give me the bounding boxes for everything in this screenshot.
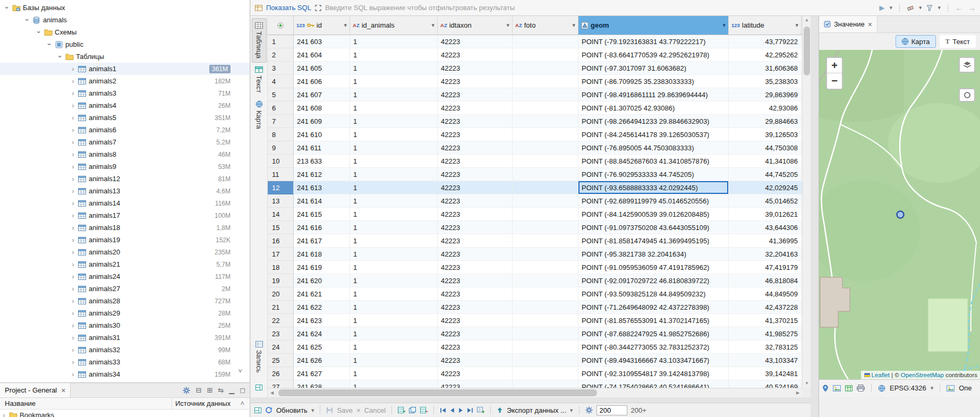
- cell-foto[interactable]: [513, 208, 578, 221]
- select-all-corner[interactable]: [268, 16, 294, 35]
- panels-icon[interactable]: [254, 407, 261, 413]
- cell-latitude[interactable]: 31,606368: [729, 62, 802, 75]
- cell-geom[interactable]: POINT (-81.307025 42.93086): [578, 101, 729, 115]
- cell-geom[interactable]: POINT (-76.9029533333 44.745205): [578, 168, 729, 181]
- cell-geom[interactable]: POINT (-71.2649648092 42.4372278398): [578, 301, 729, 314]
- cell-geom[interactable]: POINT (-95.3821738 32.2041634): [578, 248, 729, 261]
- cell-id_animals[interactable]: 1: [350, 88, 438, 101]
- tree-item-animals32[interactable]: ›animals3299M: [0, 344, 250, 356]
- cell-latitude[interactable]: 29,884663: [729, 115, 802, 128]
- grid-row-12[interactable]: 12241 613142223POINT (-93.6588883333 42.…: [268, 181, 802, 194]
- tree-item-animals24[interactable]: ›animals24117M: [0, 270, 250, 283]
- cell-id[interactable]: 241 619: [294, 261, 350, 274]
- map-view-tab[interactable]: Карта: [896, 35, 936, 48]
- leaflet-link[interactable]: Leaflet: [872, 372, 890, 378]
- tree-item-animals13[interactable]: ›animals134,6M: [0, 185, 250, 197]
- cell-latitude[interactable]: 29,863969: [729, 88, 802, 101]
- chevron-collapsed-icon[interactable]: ›: [69, 321, 77, 329]
- column-filter-dropdown-icon[interactable]: ▾: [431, 22, 434, 29]
- row-number[interactable]: 26: [268, 367, 294, 380]
- cell-idtaxon[interactable]: 42223: [438, 234, 513, 248]
- cell-idtaxon[interactable]: 42223: [438, 101, 513, 115]
- funnel-dropdown-icon[interactable]: ▾: [938, 4, 941, 11]
- row-number[interactable]: 10: [268, 155, 294, 168]
- close-icon[interactable]: ×: [61, 386, 65, 395]
- next-row-icon[interactable]: [458, 407, 463, 413]
- row-number[interactable]: 7: [268, 115, 294, 128]
- grid-row-23[interactable]: 23241 624142223POINT (-87.6882247925 41.…: [268, 327, 802, 341]
- cell-foto[interactable]: [513, 274, 578, 287]
- shape-control[interactable]: [959, 88, 975, 102]
- cell-foto[interactable]: [513, 194, 578, 208]
- chevron-collapsed-icon[interactable]: ›: [69, 285, 77, 293]
- chevron-collapsed-icon[interactable]: ›: [69, 334, 77, 342]
- cell-geom[interactable]: POINT (-98.4916861111 29.8639694444): [578, 88, 729, 101]
- chevron-collapsed-icon[interactable]: ›: [69, 101, 77, 109]
- tree-item-animals14[interactable]: ›animals14116M: [0, 197, 250, 209]
- chevron-collapsed-icon[interactable]: ›: [69, 65, 77, 73]
- first-row-icon[interactable]: [440, 407, 446, 413]
- cell-idtaxon[interactable]: 42223: [438, 75, 513, 88]
- cell-foto[interactable]: [513, 62, 578, 75]
- eraser-dropdown-icon[interactable]: ▾: [919, 4, 922, 11]
- tree-item-animals7[interactable]: ›animals75,2M: [0, 136, 250, 148]
- cell-id[interactable]: 241 614: [294, 194, 350, 208]
- result-tab-map[interactable]: Карта: [252, 97, 267, 133]
- project-tab[interactable]: Project - General ×: [0, 383, 71, 397]
- grid-row-4[interactable]: 4241 606142223POINT (-86.709925 35.23830…: [268, 75, 802, 88]
- cell-geom[interactable]: POINT (-92.0917029722 46.8180839722): [578, 274, 729, 287]
- cell-foto[interactable]: [513, 234, 578, 248]
- tree-scroll-down-icon[interactable]: ˅: [238, 367, 242, 375]
- cell-id_animals[interactable]: 1: [350, 380, 438, 388]
- cell-id[interactable]: 241 610: [294, 128, 350, 141]
- row-number[interactable]: 24: [268, 341, 294, 354]
- tree-item-animals28[interactable]: ›animals28727M: [0, 295, 250, 307]
- cell-latitude[interactable]: 44,750308: [729, 141, 802, 155]
- cell-foto[interactable]: [513, 248, 578, 261]
- grid-row-17[interactable]: 17241 618142223POINT (-95.3821738 32.204…: [268, 248, 802, 261]
- row-number[interactable]: 21: [268, 301, 294, 314]
- cell-id_animals[interactable]: 1: [350, 367, 438, 380]
- vertical-scrollbar[interactable]: ▲ ▼: [802, 16, 811, 388]
- cell-id_animals[interactable]: 1: [350, 62, 438, 75]
- tree-item-animals21[interactable]: ›animals215,7M: [0, 258, 250, 270]
- image-icon[interactable]: [833, 385, 841, 392]
- cell-geom[interactable]: POINT (-92.3109554817 39.1424813798): [578, 367, 729, 380]
- chevron-collapsed-icon[interactable]: ›: [69, 138, 77, 146]
- chevron-collapsed-icon[interactable]: ›: [69, 199, 77, 207]
- cancel-button[interactable]: Cancel: [364, 406, 386, 414]
- tree-item-animals4[interactable]: ›animals426M: [0, 99, 250, 112]
- previous-row-icon[interactable]: [450, 407, 455, 413]
- cell-latitude[interactable]: 40,524169: [729, 380, 802, 388]
- show-sql-button[interactable]: Показать SQL: [266, 4, 311, 12]
- cell-id[interactable]: 241 628: [294, 380, 350, 388]
- grid-row-25[interactable]: 25241 626142223POINT (-89.4943166667 43.…: [268, 354, 802, 367]
- cell-geom[interactable]: POINT (-87.6882247925 41.9852752686): [578, 327, 729, 341]
- cell-id[interactable]: 213 633: [294, 155, 350, 168]
- export-grid-icon[interactable]: [845, 385, 853, 392]
- tree-item-animals31[interactable]: ›animals31391M: [0, 331, 250, 344]
- chevron-collapsed-icon[interactable]: ›: [69, 224, 77, 232]
- chevron-collapsed-icon[interactable]: ›: [0, 411, 8, 417]
- column-filter-dropdown-icon[interactable]: ▾: [795, 22, 798, 29]
- cell-latitude[interactable]: 41,36995: [729, 234, 802, 248]
- tree-item-схемы[interactable]: ›Схемы: [0, 26, 250, 38]
- chevron-collapsed-icon[interactable]: ›: [69, 89, 77, 97]
- column-header-latitude[interactable]: 123latitude▾: [729, 16, 802, 35]
- chevron-collapsed-icon[interactable]: ›: [69, 187, 77, 195]
- cell-foto[interactable]: [513, 314, 578, 327]
- chevron-collapsed-icon[interactable]: ›: [69, 370, 77, 378]
- chevron-collapsed-icon[interactable]: ›: [69, 346, 77, 354]
- fetch-next-page-icon[interactable]: [477, 407, 484, 413]
- cell-foto[interactable]: [513, 380, 578, 388]
- cell-id_animals[interactable]: 1: [350, 221, 438, 234]
- grid-row-9[interactable]: 9241 611142223POINT (-76.895005 44.75030…: [268, 141, 802, 155]
- cell-foto[interactable]: [513, 181, 578, 194]
- row-number[interactable]: 3: [268, 62, 294, 75]
- cell-id_animals[interactable]: 1: [350, 341, 438, 354]
- cell-geom[interactable]: POINT (-93.6588883333 42.0292445): [578, 181, 729, 194]
- row-number[interactable]: 5: [268, 88, 294, 101]
- cell-geom[interactable]: POINT (-83.6641770539 42.2952621978): [578, 48, 729, 62]
- cell-id_animals[interactable]: 1: [350, 327, 438, 341]
- scroll-left-icon[interactable]: ◀: [268, 388, 276, 398]
